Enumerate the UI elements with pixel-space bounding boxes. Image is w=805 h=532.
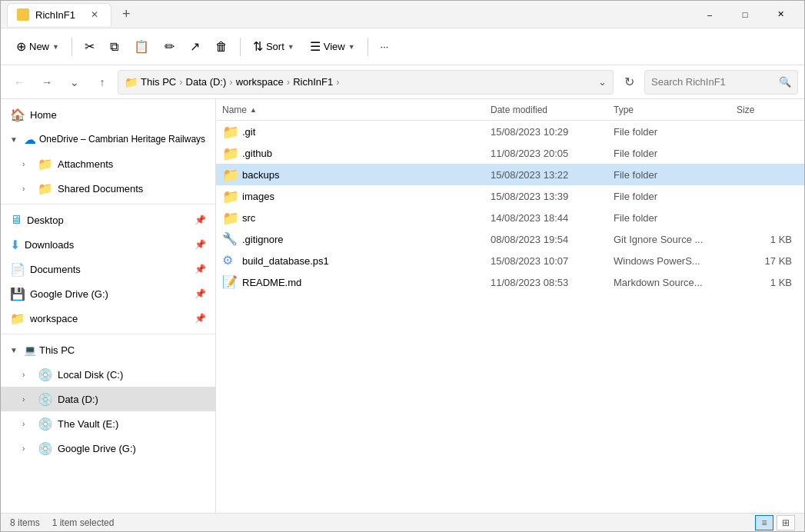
sidebar-item-local-disk-c[interactable]: › 💿 Local Disk (C:) bbox=[1, 362, 215, 387]
copy-button[interactable]: ⧉ bbox=[104, 34, 125, 60]
sidebar-item-attachments[interactable]: › 📁 Attachments bbox=[1, 151, 215, 176]
close-button[interactable]: ✕ bbox=[763, 1, 798, 28]
refresh-button[interactable]: ↻ bbox=[617, 70, 641, 95]
file-row-type: File folder bbox=[614, 148, 737, 159]
sidebar-item-vault-e[interactable]: › 💿 The Vault (E:) bbox=[1, 411, 215, 436]
onedrive-expand-icon: ▼ bbox=[10, 135, 19, 144]
col-date-header[interactable]: Date modified bbox=[491, 105, 614, 115]
documents-pin-icon: 📌 bbox=[195, 264, 206, 274]
share-button[interactable]: ↗ bbox=[184, 34, 206, 60]
file-row-type: File folder bbox=[614, 169, 737, 181]
col-size-header[interactable]: Size bbox=[737, 105, 798, 115]
sidebar-shared-docs-label: Shared Documents bbox=[58, 183, 143, 195]
recent-button[interactable]: ⌄ bbox=[62, 70, 87, 95]
folder-icon: 📁 bbox=[222, 189, 239, 204]
cut-button[interactable]: ✂ bbox=[78, 34, 101, 60]
table-row[interactable]: ⚙ build_database.ps1 15/08/2023 10:07 Wi… bbox=[216, 250, 804, 271]
search-icon: 🔍 bbox=[779, 76, 791, 88]
file-row-type: Windows PowerS... bbox=[614, 255, 737, 267]
breadcrumb-dropdown-icon[interactable]: ⌄ bbox=[598, 76, 607, 88]
forward-button[interactable]: → bbox=[35, 70, 59, 95]
sort-dropdown-icon: ▼ bbox=[288, 43, 294, 51]
sidebar-thispc-header[interactable]: ▼ 💻 This PC bbox=[1, 337, 215, 362]
col-name-header[interactable]: Name ▲ bbox=[222, 105, 491, 115]
search-input[interactable] bbox=[651, 76, 776, 88]
new-dropdown-icon: ▼ bbox=[52, 43, 59, 51]
workspace-icon: 📁 bbox=[10, 311, 25, 326]
breadcrumb-workspace[interactable]: workspace bbox=[236, 76, 284, 88]
sidebar-item-documents[interactable]: 📄 Documents 📌 bbox=[1, 257, 215, 281]
breadcrumb-richinf1[interactable]: RichInF1 bbox=[293, 76, 333, 88]
view-label: View bbox=[324, 41, 345, 52]
table-row[interactable]: 📁 backups 15/08/2023 13:22 File folder bbox=[216, 164, 804, 185]
maximize-button[interactable]: □ bbox=[727, 1, 763, 28]
sidebar-item-workspace[interactable]: 📁 workspace 📌 bbox=[1, 306, 215, 331]
title-tab-label: RichInF1 bbox=[35, 9, 75, 21]
table-row[interactable]: 📁 src 14/08/2023 18:44 File folder bbox=[216, 207, 804, 228]
sidebar-onedrive-header[interactable]: ▼ ☁ OneDrive – Cambrian Heritage Railway… bbox=[1, 127, 215, 151]
rename-button[interactable]: ✏ bbox=[158, 34, 181, 60]
new-button[interactable]: ⊕ New ▼ bbox=[10, 34, 65, 60]
sidebar-item-google-drive[interactable]: 💾 Google Drive (G:) 📌 bbox=[1, 281, 215, 306]
sidebar-item-data-d[interactable]: › 💿 Data (D:) bbox=[1, 387, 215, 411]
title-tab[interactable]: RichInF1 ✕ bbox=[7, 3, 111, 26]
file-list: 📁 .git 15/08/2023 10:29 File folder 📁 .g… bbox=[216, 121, 804, 513]
new-tab-button[interactable]: + bbox=[118, 6, 135, 22]
tab-close-button[interactable]: ✕ bbox=[88, 8, 101, 22]
table-row[interactable]: 📁 .git 15/08/2023 10:29 File folder bbox=[216, 121, 804, 142]
file-list-header: Name ▲ Date modified Type Size bbox=[216, 99, 804, 121]
table-row[interactable]: 📝 README.md 11/08/2023 08:53 Markdown So… bbox=[216, 271, 804, 293]
sidebar: 🏠 Home ▼ ☁ OneDrive – Cambrian Heritage … bbox=[1, 99, 216, 513]
back-button[interactable]: ← bbox=[7, 70, 32, 95]
up-button[interactable]: ↑ bbox=[90, 70, 115, 95]
title-bar: RichInF1 ✕ + – □ ✕ bbox=[1, 1, 804, 28]
home-icon: 🏠 bbox=[10, 108, 25, 122]
file-row-name: build_database.ps1 bbox=[242, 255, 491, 267]
table-row[interactable]: 📁 images 15/08/2023 13:39 File folder bbox=[216, 185, 804, 207]
toolbar: ⊕ New ▼ ✂ ⧉ 📋 ✏ ↗ 🗑 ⇅ Sort ▼ ☰ View ▼ ··… bbox=[1, 28, 804, 65]
ps-file-icon: ⚙ bbox=[222, 254, 233, 267]
table-row[interactable]: 🔧 .gitignore 08/08/2023 19:54 Git Ignore… bbox=[216, 228, 804, 250]
sidebar-item-home[interactable]: 🏠 Home bbox=[1, 102, 215, 127]
cut-icon: ✂ bbox=[85, 39, 95, 54]
new-label: New bbox=[29, 41, 49, 52]
folder-icon: 📁 bbox=[222, 211, 239, 226]
search-box: 🔍 bbox=[644, 70, 798, 95]
sidebar-data-d-label: Data (D:) bbox=[58, 394, 98, 405]
view-dropdown-icon: ▼ bbox=[348, 43, 355, 51]
sidebar-onedrive-label: OneDrive – Cambrian Heritage Railways bbox=[39, 134, 205, 145]
list-view-toggle[interactable]: ≡ bbox=[755, 515, 773, 530]
file-row-type: File folder bbox=[614, 191, 737, 202]
sidebar-attachments-label: Attachments bbox=[58, 158, 113, 170]
breadcrumb-data-d[interactable]: Data (D:) bbox=[186, 76, 227, 88]
file-row-date: 15/08/2023 10:07 bbox=[491, 255, 614, 267]
table-row[interactable]: 📁 .github 11/08/2023 20:05 File folder bbox=[216, 142, 804, 164]
file-row-date: 14/08/2023 18:44 bbox=[491, 212, 614, 224]
sidebar-workspace-label: workspace bbox=[30, 313, 78, 324]
sidebar-local-disk-c-label: Local Disk (C:) bbox=[58, 369, 123, 381]
file-row-size: 17 KB bbox=[737, 255, 798, 267]
breadcrumb-this-pc[interactable]: This PC bbox=[141, 76, 176, 88]
paste-button[interactable]: 📋 bbox=[128, 34, 155, 60]
sidebar-item-desktop[interactable]: 🖥 Desktop 📌 bbox=[1, 208, 215, 232]
grid-view-toggle[interactable]: ⊞ bbox=[777, 515, 795, 530]
google-drive-g-icon: 💿 bbox=[38, 441, 53, 456]
view-button[interactable]: ☰ View ▼ bbox=[304, 34, 361, 60]
minimize-button[interactable]: – bbox=[692, 1, 727, 28]
sort-button[interactable]: ⇅ Sort ▼ bbox=[247, 34, 301, 60]
sidebar-google-drive-g-label: Google Drive (G:) bbox=[58, 443, 136, 454]
sidebar-item-shared-documents[interactable]: › 📁 Shared Documents bbox=[1, 176, 215, 201]
toolbar-separator-1 bbox=[72, 38, 72, 56]
col-type-header[interactable]: Type bbox=[614, 105, 737, 115]
breadcrumb[interactable]: 📁 This PC › Data (D:) › workspace › Rich… bbox=[118, 70, 614, 95]
sidebar-item-downloads[interactable]: ⬇ Downloads 📌 bbox=[1, 232, 215, 257]
vaulte-expand-icon: › bbox=[22, 420, 32, 428]
new-icon: ⊕ bbox=[16, 39, 26, 54]
file-row-name: .github bbox=[242, 148, 491, 159]
file-row-date: 15/08/2023 13:22 bbox=[491, 169, 614, 181]
gdrive-pin-icon: 📌 bbox=[195, 288, 206, 299]
sidebar-home-label: Home bbox=[30, 109, 57, 121]
more-button[interactable]: ··· bbox=[374, 34, 395, 60]
delete-button[interactable]: 🗑 bbox=[209, 34, 234, 60]
sidebar-item-google-drive-g[interactable]: › 💿 Google Drive (G:) bbox=[1, 436, 215, 461]
